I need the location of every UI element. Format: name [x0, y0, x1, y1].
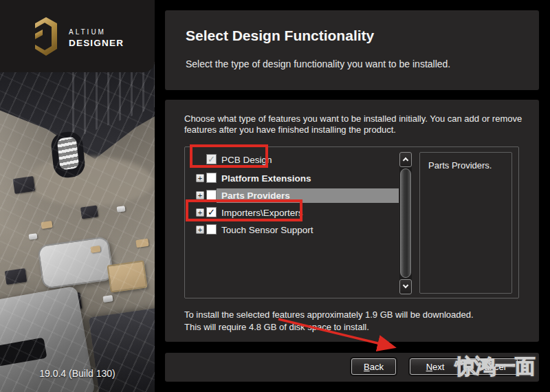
capacitor-component: [135, 239, 148, 248]
altium-logo-icon: [33, 17, 59, 58]
dark-connector: [89, 305, 155, 392]
feature-row-platform-extensions[interactable]: + Platform Extensions: [185, 170, 399, 187]
chip-component: [80, 205, 98, 219]
brand-altium: ALTIUM: [69, 29, 124, 36]
chip-component: [13, 176, 36, 194]
expand-plus-icon[interactable]: +: [196, 226, 204, 234]
feature-description-panel: Parts Providers.: [419, 152, 512, 294]
board-shading: [26, 157, 153, 206]
spring-screw: [57, 137, 80, 171]
heatsink-fins: [72, 63, 155, 139]
back-button[interactable]: Back: [351, 358, 396, 375]
annotation-box-importers-exporters: [186, 199, 302, 221]
capacitor-component: [90, 246, 100, 253]
installer-window: 19.0.4 (Build 130) ALTIUM DESIGNER Selec…: [0, 0, 550, 392]
header-panel: Select Design Functionality Select the t…: [165, 10, 539, 90]
watermark-text: 惊鸿一面: [455, 353, 535, 381]
page-subtitle: Select the type of design functionality …: [186, 58, 450, 69]
resistor-component: [29, 233, 38, 240]
annotation-box-pcb-design: [190, 144, 268, 168]
capacitor-component: [41, 221, 52, 229]
metal-can-component: [37, 236, 114, 290]
spring-mount: [50, 131, 87, 179]
connector-slot: [0, 338, 47, 368]
altium-logo-text: ALTIUM DESIGNER: [69, 29, 124, 48]
expand-plus-icon[interactable]: +: [196, 174, 204, 182]
tree-scrollbar[interactable]: [399, 152, 412, 294]
intro-text-line2: features after you have finished install…: [184, 124, 396, 135]
next-button[interactable]: Next: [410, 358, 461, 375]
scroll-down-button[interactable]: [399, 279, 412, 294]
download-size-text: To install the selected features approxi…: [184, 309, 474, 320]
version-text: 19.0.4 (Build 130): [21, 368, 134, 379]
checkbox-unchecked[interactable]: [206, 224, 217, 235]
resistor-component: [117, 206, 126, 213]
chevron-down-icon: [403, 283, 408, 288]
checkbox-unchecked[interactable]: [206, 173, 217, 183]
feature-description-text: Parts Providers.: [428, 160, 492, 171]
chevron-up-icon: [403, 157, 408, 163]
feature-row-touch-sensor-support[interactable]: + Touch Sensor Support: [185, 221, 399, 239]
chip-component: [49, 292, 82, 313]
checkbox-unchecked[interactable]: [206, 190, 217, 200]
scroll-up-button[interactable]: [399, 152, 412, 167]
feature-label: Platform Extensions: [217, 171, 399, 186]
disk-space-text: This will require 4.8 GB of disk space t…: [184, 322, 369, 332]
intro-text-line1: Choose what type of features you want to…: [184, 113, 522, 124]
tan-chip-component: [107, 260, 147, 292]
brand-designer: DESIGNER: [69, 39, 124, 48]
heatsink-shape: [0, 63, 155, 163]
scrollbar-thumb[interactable]: [400, 168, 411, 278]
chip-component: [5, 268, 27, 285]
expand-plus-icon[interactable]: +: [196, 191, 204, 199]
page-title: Select Design Functionality: [186, 28, 374, 44]
altium-logo-box: ALTIUM DESIGNER: [0, 0, 155, 72]
feature-label: Touch Sensor Support: [217, 223, 399, 237]
resistor-component: [102, 295, 113, 303]
